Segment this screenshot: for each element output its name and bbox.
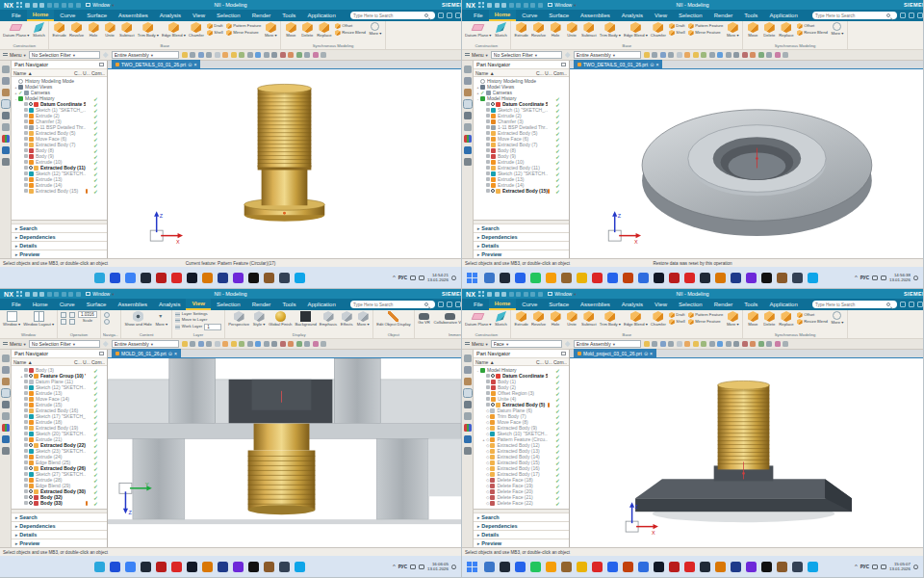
work-layer-value[interactable]: 1	[204, 324, 221, 330]
taskbar-app-icon[interactable]	[700, 562, 710, 572]
ribbon-button-resize-blend[interactable]: Resize Blend	[796, 319, 829, 325]
tab-analysis[interactable]: Analysis	[153, 299, 186, 310]
toolbar-icon[interactable]	[247, 52, 253, 58]
ribbon-button-window[interactable]: Window ▾	[2, 311, 21, 327]
ribbon-button-more[interactable]: More ▾	[830, 311, 845, 325]
toolbar-icon[interactable]	[668, 52, 674, 58]
section-details[interactable]: ▸Details	[12, 241, 107, 250]
language-indicator[interactable]: РУС	[860, 276, 869, 280]
tab-close-icon[interactable]: ×	[650, 351, 653, 356]
window-grid-icon[interactable]	[2, 158, 10, 166]
taskbar-app-icon[interactable]	[623, 273, 633, 283]
ribbon-button-mirror-feature[interactable]: Mirror Feature	[687, 30, 725, 36]
toolbar-icon[interactable]	[717, 341, 723, 347]
cut-icon[interactable]	[47, 3, 52, 8]
tab-assemblies[interactable]: Assemblies	[575, 10, 616, 21]
selection-scope-dropdown[interactable]: Entire Assembly▾	[574, 340, 641, 348]
taskbar-app-icon[interactable]	[638, 562, 649, 572]
snap-point-icon[interactable]	[103, 52, 109, 58]
history-icon[interactable]	[464, 123, 472, 131]
ribbon-button-unite[interactable]: Unite	[564, 22, 579, 38]
taskbar-app-icon[interactable]	[700, 273, 710, 283]
toolbar-icon[interactable]	[264, 341, 270, 347]
ribbon-button-chamfer[interactable]: Chamfer	[650, 311, 667, 327]
ribbon-button-move-to-layer[interactable]: Move to Layer	[174, 318, 222, 323]
tab-tools[interactable]: Tools	[276, 299, 301, 310]
taskbar-app-icon[interactable]	[669, 273, 680, 283]
toolbar-icon[interactable]	[750, 52, 756, 58]
taskbar-app-icon[interactable]	[218, 273, 228, 283]
toolbar-icon[interactable]	[652, 341, 657, 347]
ribbon-button-hole[interactable]: Hole	[86, 22, 101, 38]
undo-icon[interactable]	[495, 292, 500, 297]
toolbar-icon[interactable]	[288, 341, 294, 347]
ribbon-button-hole[interactable]: Hole	[548, 311, 563, 327]
toolbar-icon[interactable]	[783, 52, 788, 58]
color-palette-icon[interactable]	[464, 424, 472, 432]
history-icon[interactable]	[464, 412, 472, 420]
history-icon[interactable]	[2, 412, 10, 420]
ribbon-button-emphasis[interactable]: Emphasis	[319, 311, 338, 327]
taskbar-app-icon[interactable]	[761, 562, 772, 572]
column-header-com[interactable]: Com...	[91, 70, 105, 76]
taskbar-app-icon[interactable]	[248, 273, 259, 283]
ribbon-button-extrude[interactable]: Extrude	[513, 311, 528, 327]
snap-point-icon[interactable]	[565, 341, 571, 347]
ribbon-button-offset[interactable]: Offset	[334, 23, 367, 29]
taskbar-app-icon[interactable]	[577, 273, 587, 283]
window-menu-button[interactable]: Window▾	[548, 2, 576, 8]
tab-assemblies[interactable]: Assemblies	[113, 10, 154, 21]
toolbar-icon[interactable]	[709, 341, 715, 347]
tree-row[interactable]: Extracted Body (15)✓	[474, 188, 569, 194]
taskbar-app-icon[interactable]	[187, 273, 197, 283]
taskbar-app-icon[interactable]	[94, 562, 105, 572]
column-header-com[interactable]: Com...	[553, 70, 567, 76]
part-navigator-icon[interactable]	[464, 389, 472, 397]
ribbon-button-delete[interactable]: Delete	[299, 22, 315, 38]
document-tab[interactable]: Mold_project_03_01_26.prt⊙×	[574, 349, 656, 357]
tab-view[interactable]: View	[649, 299, 673, 310]
section-search[interactable]: ▸Search	[12, 512, 107, 521]
taskbar-app-icon[interactable]	[218, 562, 228, 572]
redo-icon[interactable]	[501, 3, 506, 8]
toolbar-icon[interactable]	[684, 52, 690, 58]
ribbon-button-global-finish[interactable]: Global Finish	[268, 311, 293, 327]
save-icon[interactable]	[487, 292, 492, 297]
toolbar-icon[interactable]	[304, 341, 310, 347]
toolbar-icon[interactable]	[693, 341, 699, 347]
taskbar-app-icon[interactable]	[187, 562, 197, 572]
cut-icon[interactable]	[47, 292, 52, 297]
assembly-navigator-icon[interactable]	[2, 77, 10, 85]
section-dependencies[interactable]: ▸Dependencies	[474, 521, 569, 530]
taskbar-app-icon[interactable]	[530, 562, 541, 572]
knowledge-fusion-icon[interactable]	[464, 146, 472, 154]
toolbar-icon[interactable]	[321, 52, 326, 58]
tab-close-icon[interactable]: ×	[655, 62, 658, 67]
section-dependencies[interactable]: ▸Dependencies	[12, 232, 107, 241]
toolbar-icon[interactable]	[288, 52, 294, 58]
search-box[interactable]	[812, 12, 897, 19]
taskbar-app-icon[interactable]	[792, 562, 803, 572]
document-tab[interactable]: TWO_DETAILS_03_01_26.prt⊙×	[112, 60, 200, 68]
tab-surface[interactable]: Surface	[543, 10, 575, 21]
part-navigator-icon[interactable]	[2, 100, 10, 108]
taskbar-app-icon[interactable]	[171, 562, 182, 572]
tab-analysis[interactable]: Analysis	[154, 10, 187, 21]
ribbon-button-replace[interactable]: Replace	[778, 311, 794, 327]
tab-curve[interactable]: Curve	[54, 10, 81, 21]
ribbon-button-datum-plane[interactable]: Datum Plane ▾	[464, 311, 492, 327]
taskbar-app-icon[interactable]	[141, 273, 151, 283]
taskbar-app-icon[interactable]	[731, 273, 741, 283]
display-icon[interactable]	[410, 276, 416, 280]
toolbar-icon[interactable]	[766, 341, 772, 347]
taskbar-app-icon[interactable]	[684, 273, 695, 283]
ribbon-button-pattern-feature[interactable]: Pattern Feature	[687, 312, 725, 318]
taskbar-app-icon[interactable]	[607, 273, 618, 283]
toolbar-icon[interactable]	[684, 341, 690, 347]
taskbar-app-icon[interactable]	[295, 562, 305, 572]
toolbar-icon[interactable]	[750, 341, 756, 347]
toolbar-icon[interactable]	[190, 341, 195, 347]
ribbon-button-fit[interactable]	[68, 312, 76, 318]
ribbon-button-trim-body[interactable]: Trim Body ▾	[599, 311, 622, 327]
column-header-u[interactable]: U...	[83, 359, 91, 365]
